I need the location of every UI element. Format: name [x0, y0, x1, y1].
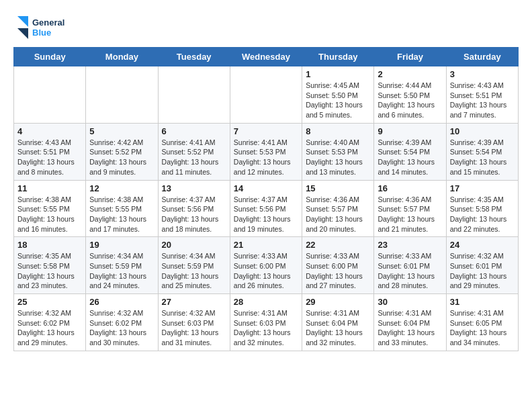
day-number: 16: [378, 183, 442, 193]
calendar-cell: 26Sunrise: 4:32 AM Sunset: 6:02 PM Dayli…: [86, 294, 158, 351]
day-info: Sunrise: 4:32 AM Sunset: 6:02 PM Dayligh…: [89, 308, 154, 348]
day-info: Sunrise: 4:37 AM Sunset: 5:56 PM Dayligh…: [234, 195, 298, 234]
logo-svg: GeneralBlue: [13, 13, 67, 40]
day-header-friday: Friday: [374, 48, 446, 66]
calendar-cell: [230, 66, 302, 124]
calendar-cell: 29Sunrise: 4:31 AM Sunset: 6:04 PM Dayli…: [302, 294, 374, 351]
svg-marker-1: [17, 28, 28, 39]
calendar-cell: 17Sunrise: 4:35 AM Sunset: 5:58 PM Dayli…: [446, 180, 518, 237]
day-info: Sunrise: 4:41 AM Sunset: 5:53 PM Dayligh…: [234, 138, 298, 177]
day-number: 8: [306, 126, 370, 136]
day-number: 1: [306, 69, 370, 79]
calendar-cell: 7Sunrise: 4:41 AM Sunset: 5:53 PM Daylig…: [230, 123, 302, 180]
day-number: 9: [378, 126, 442, 136]
calendar-cell: [86, 66, 158, 124]
day-info: Sunrise: 4:38 AM Sunset: 5:55 PM Dayligh…: [17, 195, 82, 234]
calendar-cell: 25Sunrise: 4:32 AM Sunset: 6:02 PM Dayli…: [14, 294, 86, 351]
calendar-cell: 4Sunrise: 4:43 AM Sunset: 5:51 PM Daylig…: [14, 123, 86, 180]
day-info: Sunrise: 4:37 AM Sunset: 5:56 PM Dayligh…: [162, 195, 226, 234]
calendar-cell: 19Sunrise: 4:34 AM Sunset: 5:59 PM Dayli…: [86, 237, 158, 294]
calendar-cell: 21Sunrise: 4:33 AM Sunset: 6:00 PM Dayli…: [230, 237, 302, 294]
day-header-saturday: Saturday: [446, 48, 518, 66]
day-info: Sunrise: 4:33 AM Sunset: 6:00 PM Dayligh…: [306, 251, 370, 291]
calendar-cell: 24Sunrise: 4:32 AM Sunset: 6:01 PM Dayli…: [446, 237, 518, 294]
day-number: 28: [234, 297, 298, 307]
day-info: Sunrise: 4:45 AM Sunset: 5:50 PM Dayligh…: [306, 81, 370, 120]
day-header-sunday: Sunday: [14, 48, 86, 66]
page-header: GeneralBlue: [13, 13, 519, 40]
day-number: 10: [450, 126, 515, 136]
calendar-week-row: 18Sunrise: 4:35 AM Sunset: 5:58 PM Dayli…: [14, 237, 519, 294]
day-number: 6: [162, 126, 226, 136]
day-number: 23: [378, 240, 442, 250]
calendar-cell: 15Sunrise: 4:36 AM Sunset: 5:57 PM Dayli…: [302, 180, 374, 237]
calendar-week-row: 1Sunrise: 4:45 AM Sunset: 5:50 PM Daylig…: [14, 66, 519, 124]
day-info: Sunrise: 4:41 AM Sunset: 5:52 PM Dayligh…: [162, 138, 226, 177]
day-number: 22: [306, 240, 370, 250]
day-info: Sunrise: 4:36 AM Sunset: 5:57 PM Dayligh…: [306, 195, 370, 234]
calendar-cell: 27Sunrise: 4:32 AM Sunset: 6:03 PM Dayli…: [158, 294, 230, 351]
day-number: 14: [234, 183, 298, 193]
calendar-cell: 16Sunrise: 4:36 AM Sunset: 5:57 PM Dayli…: [374, 180, 446, 237]
calendar-cell: 10Sunrise: 4:39 AM Sunset: 5:54 PM Dayli…: [446, 123, 518, 180]
day-header-wednesday: Wednesday: [230, 48, 302, 66]
day-header-tuesday: Tuesday: [158, 48, 230, 66]
day-info: Sunrise: 4:43 AM Sunset: 5:51 PM Dayligh…: [450, 81, 515, 120]
day-number: 7: [234, 126, 298, 136]
calendar-cell: [14, 66, 86, 124]
day-number: 18: [17, 240, 82, 250]
calendar-week-row: 25Sunrise: 4:32 AM Sunset: 6:02 PM Dayli…: [14, 294, 519, 351]
day-info: Sunrise: 4:39 AM Sunset: 5:54 PM Dayligh…: [378, 138, 442, 177]
day-info: Sunrise: 4:31 AM Sunset: 6:05 PM Dayligh…: [450, 308, 515, 348]
day-info: Sunrise: 4:33 AM Sunset: 6:00 PM Dayligh…: [234, 251, 298, 291]
day-info: Sunrise: 4:35 AM Sunset: 5:58 PM Dayligh…: [17, 251, 82, 291]
day-number: 29: [306, 297, 370, 307]
day-info: Sunrise: 4:36 AM Sunset: 5:57 PM Dayligh…: [378, 195, 442, 234]
calendar-cell: 13Sunrise: 4:37 AM Sunset: 5:56 PM Dayli…: [158, 180, 230, 237]
day-info: Sunrise: 4:38 AM Sunset: 5:55 PM Dayligh…: [89, 195, 154, 234]
day-info: Sunrise: 4:32 AM Sunset: 6:01 PM Dayligh…: [450, 251, 515, 291]
calendar-cell: 23Sunrise: 4:33 AM Sunset: 6:01 PM Dayli…: [374, 237, 446, 294]
calendar-cell: 3Sunrise: 4:43 AM Sunset: 5:51 PM Daylig…: [446, 66, 518, 124]
calendar-cell: 31Sunrise: 4:31 AM Sunset: 6:05 PM Dayli…: [446, 294, 518, 351]
day-number: 20: [162, 240, 226, 250]
day-number: 26: [89, 297, 154, 307]
day-number: 4: [17, 126, 82, 136]
days-header-row: SundayMondayTuesdayWednesdayThursdayFrid…: [14, 48, 519, 66]
svg-marker-0: [17, 16, 28, 27]
calendar-cell: 9Sunrise: 4:39 AM Sunset: 5:54 PM Daylig…: [374, 123, 446, 180]
day-header-thursday: Thursday: [302, 48, 374, 66]
calendar-week-row: 4Sunrise: 4:43 AM Sunset: 5:51 PM Daylig…: [14, 123, 519, 180]
day-info: Sunrise: 4:35 AM Sunset: 5:58 PM Dayligh…: [450, 195, 515, 234]
day-info: Sunrise: 4:34 AM Sunset: 5:59 PM Dayligh…: [89, 251, 154, 291]
calendar-cell: 30Sunrise: 4:31 AM Sunset: 6:04 PM Dayli…: [374, 294, 446, 351]
day-number: 19: [89, 240, 154, 250]
day-number: 11: [17, 183, 82, 193]
day-header-monday: Monday: [86, 48, 158, 66]
day-number: 5: [89, 126, 154, 136]
day-number: 2: [378, 69, 442, 79]
day-info: Sunrise: 4:31 AM Sunset: 6:04 PM Dayligh…: [378, 308, 442, 348]
day-info: Sunrise: 4:34 AM Sunset: 5:59 PM Dayligh…: [162, 251, 226, 291]
day-number: 21: [234, 240, 298, 250]
calendar-cell: 28Sunrise: 4:31 AM Sunset: 6:03 PM Dayli…: [230, 294, 302, 351]
day-info: Sunrise: 4:32 AM Sunset: 6:02 PM Dayligh…: [17, 308, 82, 348]
svg-text:Blue: Blue: [32, 28, 51, 38]
day-number: 24: [450, 240, 515, 250]
calendar-cell: 5Sunrise: 4:42 AM Sunset: 5:52 PM Daylig…: [86, 123, 158, 180]
calendar-week-row: 11Sunrise: 4:38 AM Sunset: 5:55 PM Dayli…: [14, 180, 519, 237]
logo: GeneralBlue: [13, 13, 67, 40]
calendar-cell: 22Sunrise: 4:33 AM Sunset: 6:00 PM Dayli…: [302, 237, 374, 294]
day-number: 27: [162, 297, 226, 307]
calendar-cell: 8Sunrise: 4:40 AM Sunset: 5:53 PM Daylig…: [302, 123, 374, 180]
day-info: Sunrise: 4:39 AM Sunset: 5:54 PM Dayligh…: [450, 138, 515, 177]
calendar-cell: 2Sunrise: 4:44 AM Sunset: 5:50 PM Daylig…: [374, 66, 446, 124]
day-number: 13: [162, 183, 226, 193]
day-number: 3: [450, 69, 515, 79]
day-info: Sunrise: 4:40 AM Sunset: 5:53 PM Dayligh…: [306, 138, 370, 177]
day-info: Sunrise: 4:43 AM Sunset: 5:51 PM Dayligh…: [17, 138, 82, 177]
day-number: 30: [378, 297, 442, 307]
calendar-cell: 11Sunrise: 4:38 AM Sunset: 5:55 PM Dayli…: [14, 180, 86, 237]
calendar-cell: 14Sunrise: 4:37 AM Sunset: 5:56 PM Dayli…: [230, 180, 302, 237]
day-info: Sunrise: 4:31 AM Sunset: 6:03 PM Dayligh…: [234, 308, 298, 348]
